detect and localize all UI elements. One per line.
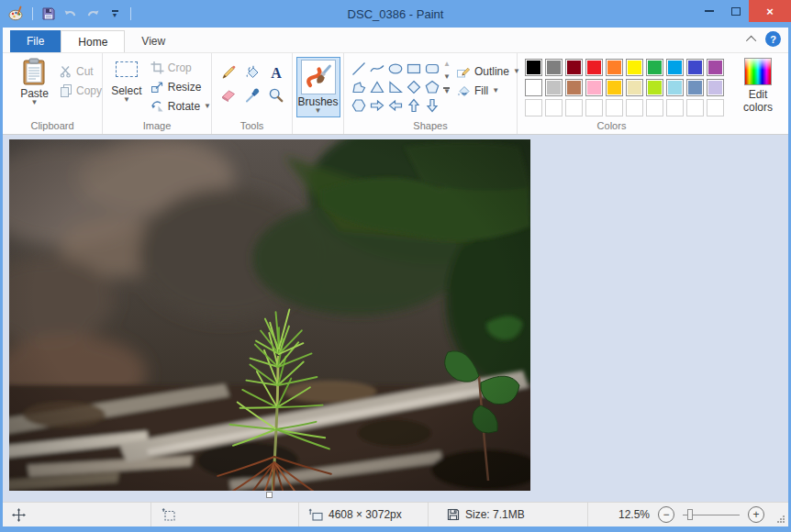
text-tool-icon[interactable]: A xyxy=(264,61,288,83)
titlebar[interactable]: ▼ DSC_0386 - Paint × xyxy=(0,0,791,28)
image-size-icon xyxy=(308,508,323,521)
color-swatch-ffaec9[interactable] xyxy=(585,79,603,96)
paint-logo-icon[interactable] xyxy=(7,5,26,23)
shapes-group-label: Shapes xyxy=(344,120,517,131)
edit-colors-button[interactable]: Edit colors xyxy=(734,56,782,134)
canvas-area xyxy=(3,135,788,502)
colors-group-label: Colors xyxy=(518,120,706,131)
shape-down-arrow-icon[interactable] xyxy=(423,96,441,115)
brushes-button[interactable]: Brushes ▼ xyxy=(296,57,340,117)
brushes-dropdown-icon: ▼ xyxy=(315,108,322,114)
zoom-slider-thumb[interactable] xyxy=(687,509,693,520)
edit-colors-label: Edit colors xyxy=(740,88,776,114)
shapes-scroll-down-icon[interactable]: ▼ xyxy=(443,74,451,80)
color-swatch-b97a57[interactable] xyxy=(565,79,583,96)
shape-polygon-icon[interactable] xyxy=(350,78,368,96)
fill-with-color-tool-icon[interactable] xyxy=(240,61,264,83)
shape-rectangle-icon[interactable] xyxy=(405,60,423,78)
statusbar: 4608 × 3072px Size: 7.1MB 12.5% − + xyxy=(3,502,788,526)
zoom-out-button[interactable]: − xyxy=(658,506,674,523)
rotate-button[interactable]: Rotate ▼ xyxy=(150,96,211,116)
maximize-button[interactable] xyxy=(722,0,749,22)
group-brushes: Brushes ▼ xyxy=(293,53,344,134)
shape-left-arrow-icon[interactable] xyxy=(386,96,405,115)
shape-oval-icon[interactable] xyxy=(386,60,405,78)
color-swatch-fff200[interactable] xyxy=(626,59,643,76)
minimize-button[interactable] xyxy=(696,0,722,22)
shape-curve-icon[interactable] xyxy=(368,60,386,78)
shape-pentagon-icon[interactable] xyxy=(423,78,441,96)
color-swatch-empty xyxy=(707,99,724,116)
shape-diamond-icon[interactable] xyxy=(405,78,423,96)
color-swatch-empty xyxy=(626,99,643,116)
color-swatch-99d9ea[interactable] xyxy=(666,79,684,96)
selection-size-icon xyxy=(161,508,175,521)
tab-home[interactable]: Home xyxy=(61,30,125,52)
cut-button: Cut xyxy=(59,61,102,81)
shape-hexagon-icon[interactable] xyxy=(350,96,368,115)
color-swatch-ffc90e[interactable] xyxy=(606,79,623,96)
fill-button[interactable]: Fill ▼ xyxy=(456,81,520,100)
resize-grip-icon[interactable] xyxy=(775,514,785,524)
shape-triangle-icon[interactable] xyxy=(368,78,386,96)
magnifier-tool-icon[interactable] xyxy=(264,83,288,106)
color-swatch-880015[interactable] xyxy=(565,59,583,76)
color-swatch-c3c3c3[interactable] xyxy=(545,79,563,96)
tab-file[interactable]: File xyxy=(10,30,61,52)
color-swatch-000000[interactable] xyxy=(525,59,542,76)
quick-access-toolbar: ▼ xyxy=(0,5,134,23)
color-swatch-00a2e8[interactable] xyxy=(666,59,684,76)
select-dropdown-icon: ▼ xyxy=(123,97,130,103)
color-swatch-a349a4[interactable] xyxy=(707,59,724,76)
resize-button[interactable]: Resize xyxy=(150,77,211,96)
color-swatch-ff7f27[interactable] xyxy=(606,59,623,76)
cursor-position-section xyxy=(3,503,151,526)
select-rectangle-icon xyxy=(116,61,138,77)
paste-clipboard-icon xyxy=(22,58,46,85)
pencil-tool-icon[interactable] xyxy=(217,61,240,83)
group-image: Select ▼ Crop Resize Rotate ▼ xyxy=(103,53,212,134)
canvas-resize-handle[interactable] xyxy=(266,492,273,498)
color-swatch-7092be[interactable] xyxy=(686,79,704,96)
scissors-icon xyxy=(59,64,72,78)
shapes-more-icon[interactable]: ▼ xyxy=(443,87,451,94)
tab-view[interactable]: View xyxy=(125,30,182,52)
color-swatch-ed1c24[interactable] xyxy=(585,59,603,76)
outline-button[interactable]: Outline ▼ xyxy=(456,61,520,81)
color-swatch-b5e61d[interactable] xyxy=(646,79,663,96)
color-swatch-7f7f7f[interactable] xyxy=(545,59,563,76)
color-swatch-3f48cc[interactable] xyxy=(686,59,704,76)
window-content: File Home View ? Paste ▼ Cut xyxy=(3,28,788,526)
ribbon-tab-row: File Home View ? xyxy=(3,28,788,52)
fill-icon xyxy=(456,83,471,98)
zoom-slider[interactable] xyxy=(683,508,740,521)
color-swatch-22b14c[interactable] xyxy=(646,59,663,76)
shape-up-arrow-icon[interactable] xyxy=(405,96,423,115)
color-swatch-c8bfe7[interactable] xyxy=(707,79,724,96)
zoom-in-button[interactable]: + xyxy=(748,506,764,523)
minimize-ribbon-icon[interactable] xyxy=(746,35,756,45)
shape-line-icon[interactable] xyxy=(350,60,368,78)
paint-window: ▼ DSC_0386 - Paint × File Home View ? xyxy=(0,0,791,532)
save-icon[interactable] xyxy=(39,5,58,23)
shape-right-triangle-icon[interactable] xyxy=(386,78,405,96)
eraser-tool-icon[interactable] xyxy=(217,83,240,106)
close-button[interactable]: × xyxy=(749,0,791,22)
photo-pine-seedling xyxy=(9,139,530,491)
crop-label: Crop xyxy=(168,61,192,74)
shapes-scroll-up-icon: ▲ xyxy=(443,61,451,67)
help-icon[interactable]: ? xyxy=(765,31,781,47)
image-dimensions: 4608 × 3072px xyxy=(329,508,402,521)
shape-right-arrow-icon[interactable] xyxy=(368,96,386,115)
shape-rounded-rectangle-icon[interactable] xyxy=(423,60,441,78)
canvas-image[interactable] xyxy=(9,139,530,491)
color-picker-tool-icon[interactable] xyxy=(240,83,264,106)
rotate-dropdown-icon: ▼ xyxy=(204,104,211,109)
copy-icon xyxy=(59,83,72,97)
color-swatch-efe4b0[interactable] xyxy=(626,79,643,96)
fill-dropdown-icon: ▼ xyxy=(492,88,499,94)
clipboard-group-label: Clipboard xyxy=(3,120,102,131)
color-swatch-ffffff[interactable] xyxy=(525,79,542,96)
resize-icon xyxy=(150,80,164,94)
customize-quick-access-icon[interactable]: ▼ xyxy=(106,5,124,23)
